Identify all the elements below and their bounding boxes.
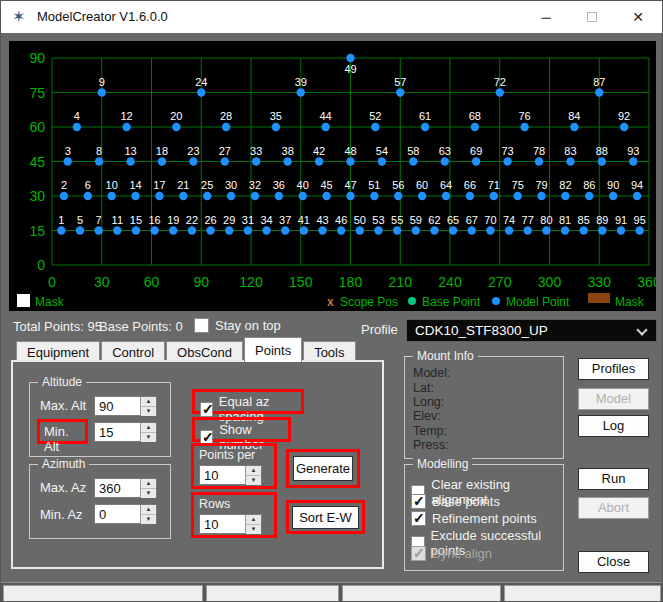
min-az-spinner[interactable]: 0 ▲▼ [94, 504, 157, 524]
base-points-checkbox[interactable]: Base points [411, 494, 500, 509]
model-point[interactable] [378, 157, 386, 165]
spin-down-icon[interactable]: ▼ [141, 515, 156, 524]
model-point[interactable] [221, 157, 229, 165]
model-point[interactable] [442, 192, 450, 200]
model-point[interactable] [430, 226, 438, 234]
model-point[interactable] [585, 192, 593, 200]
points-per-row-spinner[interactable]: 10 ▲▼ [199, 465, 262, 485]
model-point[interactable] [346, 54, 354, 62]
model-point[interactable] [283, 157, 291, 165]
model-point[interactable] [337, 226, 345, 234]
model-point[interactable] [169, 226, 177, 234]
profiles-button[interactable]: Profiles [578, 358, 649, 380]
model-point[interactable] [503, 157, 511, 165]
model-point[interactable] [396, 88, 404, 96]
model-point[interactable] [520, 123, 528, 131]
close-window-button[interactable]: ✕ [615, 1, 661, 33]
model-point[interactable] [73, 123, 81, 131]
model-point[interactable] [394, 192, 402, 200]
model-point[interactable] [251, 192, 259, 200]
model-point[interactable] [76, 226, 84, 234]
model-point[interactable] [346, 157, 354, 165]
model-point[interactable] [374, 226, 382, 234]
tab-points[interactable]: Points [244, 337, 302, 362]
close-button[interactable]: Close [578, 551, 649, 573]
model-point[interactable] [252, 157, 260, 165]
model-point[interactable] [566, 157, 574, 165]
model-point[interactable] [189, 157, 197, 165]
log-button[interactable]: Log [578, 415, 649, 437]
model-point[interactable] [272, 123, 280, 131]
model-point[interactable] [496, 88, 504, 96]
model-point[interactable] [505, 226, 513, 234]
tab-control[interactable]: Control [101, 341, 165, 362]
model-point[interactable] [471, 123, 479, 131]
spinner-buttons[interactable]: ▲▼ [140, 505, 156, 523]
spinner-buttons[interactable]: ▲▼ [140, 397, 156, 415]
model-point[interactable] [535, 157, 543, 165]
model-point[interactable] [108, 192, 116, 200]
spinner-buttons[interactable]: ▲▼ [245, 466, 261, 484]
model-point[interactable] [281, 226, 289, 234]
model-point[interactable] [244, 226, 252, 234]
run-button[interactable]: Run [578, 468, 649, 490]
maximize-button[interactable] [569, 1, 615, 33]
model-point[interactable] [113, 226, 121, 234]
spinner-buttons[interactable]: ▲▼ [245, 515, 261, 533]
model-point[interactable] [122, 123, 130, 131]
model-point[interactable] [418, 192, 426, 200]
model-point[interactable] [197, 88, 205, 96]
model-point[interactable] [64, 157, 72, 165]
model-point[interactable] [275, 192, 283, 200]
model-point[interactable] [598, 157, 606, 165]
model-point[interactable] [570, 123, 578, 131]
model-point[interactable] [206, 226, 214, 234]
model-point[interactable] [155, 192, 163, 200]
model-point[interactable] [225, 226, 233, 234]
model-point[interactable] [393, 226, 401, 234]
model-point[interactable] [421, 123, 429, 131]
model-point[interactable] [441, 157, 449, 165]
spin-down-icon[interactable]: ▼ [246, 525, 261, 534]
model-point[interactable] [409, 157, 417, 165]
model-point[interactable] [524, 226, 532, 234]
tab-obscond[interactable]: ObsCond [166, 341, 243, 362]
model-point[interactable] [370, 192, 378, 200]
model-point[interactable] [466, 192, 474, 200]
model-point[interactable] [580, 226, 588, 234]
model-point[interactable] [300, 226, 308, 234]
model-point[interactable] [172, 123, 180, 131]
sort-ew-button[interactable]: Sort E-W [292, 506, 359, 529]
model-point[interactable] [158, 157, 166, 165]
model-point[interactable] [131, 192, 139, 200]
model-point[interactable] [537, 192, 545, 200]
model-point[interactable] [126, 157, 134, 165]
spin-up-icon[interactable]: ▲ [141, 423, 156, 433]
model-point[interactable] [179, 192, 187, 200]
model-point[interactable] [203, 192, 211, 200]
minimize-button[interactable]: ─ [523, 1, 569, 33]
model-point[interactable] [299, 192, 307, 200]
spin-up-icon[interactable]: ▲ [141, 505, 156, 515]
model-point[interactable] [132, 226, 140, 234]
model-point[interactable] [595, 88, 603, 96]
spin-up-icon[interactable]: ▲ [141, 397, 156, 407]
model-point[interactable] [598, 226, 606, 234]
refinement-points-checkbox[interactable]: Refinement points [411, 511, 537, 526]
model-point[interactable] [315, 157, 323, 165]
model-point[interactable] [356, 226, 364, 234]
model-point[interactable] [609, 192, 617, 200]
model-point[interactable] [322, 192, 330, 200]
stay-on-top-checkbox[interactable]: Stay on top [194, 318, 281, 333]
model-point[interactable] [635, 226, 643, 234]
model-point[interactable] [84, 192, 92, 200]
model-point[interactable] [561, 192, 569, 200]
model-point[interactable] [486, 226, 494, 234]
spin-up-icon[interactable]: ▲ [246, 515, 261, 525]
model-point[interactable] [98, 88, 106, 96]
model-point[interactable] [346, 192, 354, 200]
generate-button[interactable]: Generate [293, 456, 353, 481]
spinner-buttons[interactable]: ▲▼ [140, 479, 156, 497]
model-point[interactable] [95, 157, 103, 165]
model-point[interactable] [449, 226, 457, 234]
